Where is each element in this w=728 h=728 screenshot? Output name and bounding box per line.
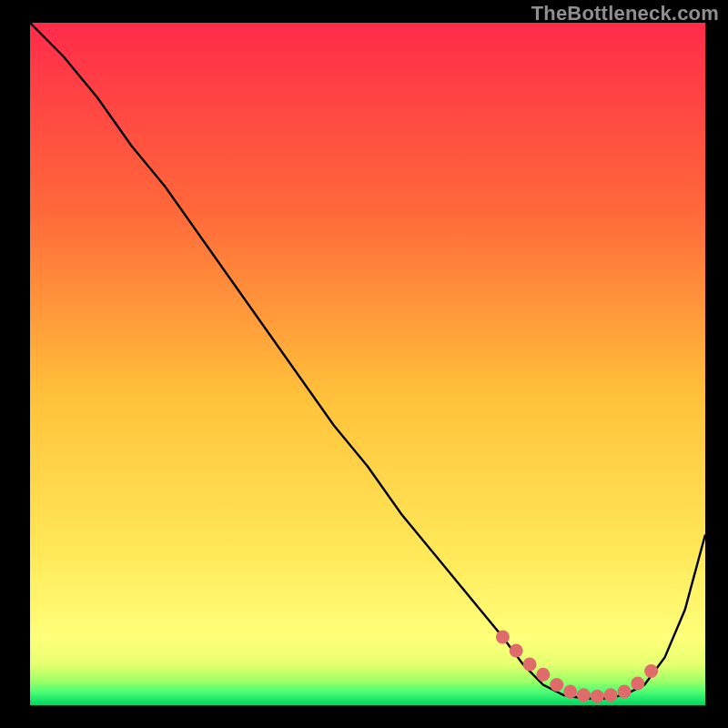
optimal-dot [591,690,604,703]
chart-stage: TheBottleneck.com [0,0,728,728]
optimal-dot [577,688,591,702]
optimal-dot [604,688,618,702]
optimal-dot [563,685,577,699]
watermark-text: TheBottleneck.com [531,2,719,25]
optimal-dot [510,644,523,658]
optimal-dot [523,658,537,672]
chart-svg [0,0,728,728]
gradient-background [30,23,705,705]
optimal-dot [631,677,644,691]
optimal-dot [496,631,510,644]
optimal-dot [536,668,550,682]
optimal-dot [618,685,632,699]
optimal-dot [550,678,563,692]
optimal-dot [644,664,658,678]
